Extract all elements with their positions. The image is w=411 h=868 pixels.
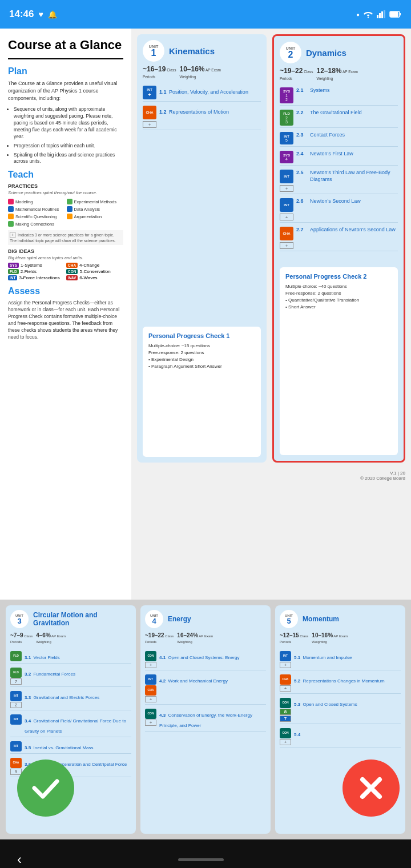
topic-2-7[interactable]: CHA + 2.7 Applications of Newton's Secon…: [280, 225, 398, 251]
big-idea-fld: FLD 2-Fields: [8, 269, 65, 274]
topic-2-1[interactable]: SYS 1 2 2.1 Systems: [280, 86, 398, 106]
unit-3-card[interactable]: UNIT 3 Circular Motion and Gravitation ~…: [6, 605, 136, 834]
topic-2-7-content: 2.7 Applications of Newton's Second Law: [296, 227, 396, 234]
topic-2-6-plus: +: [280, 214, 293, 220]
bullet-1: Sequence of units, along with approximat…: [14, 106, 123, 140]
unit-3-t1-title: Vector Fields: [34, 655, 60, 660]
topic-2-5[interactable]: INT + 2.5 Newton's Third Law and Free-Bo…: [280, 168, 398, 194]
unit-4-circle: UNIT 4: [145, 610, 163, 628]
status-bar: 14:46 ♥ 🔔 ●: [0, 0, 411, 29]
topic-2-6[interactable]: INT + 2.6 Newton's Second Law: [280, 196, 398, 223]
unit-5-t4-num: 5.4: [294, 732, 300, 737]
practices-grid: Modeling Experimental Methods Mathematic…: [8, 199, 123, 227]
making-label: Making Connections: [15, 222, 54, 227]
topic-2-2-stack: FLD 2 3: [280, 110, 293, 126]
unit-3-t4-badge: INT: [10, 714, 22, 725]
topic-2-5-plus: +: [280, 185, 293, 192]
unit-5-topic-1[interactable]: INT + 5.1 Momentum and Impulse: [280, 649, 401, 670]
unit-1-card[interactable]: UNIT 1 Kinematics ~16–19 ClassPeriods 10…: [137, 34, 267, 463]
unit-4-topics: CON + 4.1 Open and Closed Systems: Energ…: [145, 649, 266, 829]
unit-3-t4-title: Gravitational Field/ Gravitational Force…: [25, 718, 126, 734]
unit-4-topic-3[interactable]: CON + 4.3 Conservation of Energy, the Wo…: [145, 707, 266, 732]
big-ideas-title: BIG IDEAS: [8, 248, 123, 254]
unit-3-t2-title: Fundamental Forces: [34, 672, 75, 677]
topic-2-4-title: Newton's First Law: [310, 151, 353, 158]
notification-icon: 🔔: [48, 10, 57, 19]
topic-2-1-stack: SYS 1 2: [280, 87, 293, 103]
bullet-3: Spiraling of the big ideas and science p…: [14, 152, 123, 166]
topic-2-5-stack: INT +: [280, 170, 293, 192]
x-overlay: [342, 760, 400, 817]
unit-2-title: Dynamics: [306, 48, 346, 58]
topic-2-3[interactable]: INT 5 2.3 Contact Forces: [280, 130, 398, 147]
unit-2-number: 2: [288, 50, 293, 59]
unit-5-t1-num: 5.1: [294, 655, 300, 660]
unit-5-t2-plus: +: [280, 685, 291, 692]
topic-2-6-num: 2.6: [296, 198, 308, 204]
unit-5-topic-2[interactable]: CHA + 5.2 Representations Changes in Mom…: [280, 673, 401, 694]
unit-5-topic-4[interactable]: CON + 5.4: [280, 726, 401, 748]
big-idea-int: INT 3-Force Interactions: [8, 275, 65, 280]
unit-2-ap-weight: 12–18% AP ExamWeighting: [316, 67, 357, 81]
unit-5-card[interactable]: UNIT 5 Momentum ~12–15 ClassPeriods 10–1…: [275, 605, 405, 834]
unit-5-t3-num: 5.3: [294, 702, 300, 707]
unit-4-topic-1[interactable]: CON + 4.1 Open and Closed Systems: Energ…: [145, 649, 266, 670]
battery-icon: [389, 11, 402, 18]
plan-section-title: Plan: [8, 66, 123, 77]
topic-1-2-content: 1.2 Representations of Motion: [159, 106, 229, 116]
unit-3-t3-badge: INT: [10, 691, 22, 701]
bullet-2: Progression of topics within each unit.: [14, 143, 123, 150]
unit-3-topic-4[interactable]: INT 3.4 Gravitational Field/ Gravitation…: [10, 713, 131, 737]
unit-5-topic-3[interactable]: CON 8 7 5.3 Open and Closed Systems: [280, 696, 401, 724]
topic-2-4[interactable]: SYS 4 2.4 Newton's First Law: [280, 149, 398, 166]
cha-box: CHA: [66, 263, 78, 268]
unit-4-card[interactable]: UNIT 4 Energy ~19–22 ClassPeriods 16–24%…: [140, 605, 271, 834]
unit-4-t3-plus: +: [145, 720, 156, 726]
practice-math: Mathematical Routines: [8, 206, 65, 212]
topic-2-7-num: 2.7: [296, 227, 308, 232]
unit-4-topic-2[interactable]: INT CHA + 4.2 Work and Mechanical Energy: [145, 673, 266, 705]
arg-label: Argumentation: [74, 214, 102, 219]
main-content: Course at a Glance Plan The Course at a …: [0, 29, 411, 600]
back-button[interactable]: ‹: [17, 851, 22, 867]
svg-rect-1: [379, 13, 381, 18]
unit-3-t3-title: Gravitational and Electric Forces: [34, 695, 100, 700]
unit-3-topic-3[interactable]: INT 2 3.3 Gravitational and Electric For…: [10, 689, 131, 710]
assess-section: Assess Assign the Personal Progress Chec…: [8, 286, 123, 340]
unit-4-weight: 16–24% AP ExamWeighting: [177, 632, 213, 645]
unit-3-topic-2[interactable]: FLD 7 3.2 Fundamental Forces: [10, 666, 131, 687]
svg-rect-2: [381, 11, 383, 18]
divider: [8, 58, 123, 59]
big-idea-cha: CHA 4-Change: [66, 263, 123, 268]
int-box: INT: [8, 275, 17, 280]
unit-4-t1-num: 4.1: [159, 655, 166, 660]
topic-2-1-badge: SYS 1 2: [280, 87, 293, 103]
topic-2-3-content: 2.3 Contact Forces: [296, 132, 345, 139]
units-row: UNIT 1 Kinematics ~16–19 ClassPeriods 10…: [137, 34, 405, 463]
unit-5-t3-badge: CON: [280, 698, 291, 708]
con-label: 5-Conservation: [79, 269, 110, 274]
topic-1-2[interactable]: CHA + 1.2 Representations of Motion: [143, 104, 261, 130]
topic-1-1-content: 1.1 Position, Velocity, and Acceleration: [159, 86, 248, 96]
unit-3-topic-1[interactable]: FLD 3.1 Vector Fields: [10, 649, 131, 664]
practice-data: Data Analysis: [67, 206, 124, 212]
unit-3-t6-badge: CHA: [10, 758, 22, 768]
exp-dot: [67, 199, 72, 204]
topic-2-3-badge: INT 5: [280, 132, 293, 144]
progress-check-2-title: Personal Progress Check 2: [285, 273, 392, 280]
unit-3-weight: 4–6% AP ExamWeighting: [36, 632, 66, 645]
unit-1-circle: UNIT 1: [143, 40, 164, 62]
unit-3-title: Circular Motion and Gravitation: [33, 611, 131, 627]
status-left: 14:46 ♥ 🔔: [9, 9, 57, 20]
unit-3-topic-5[interactable]: INT 3.5 Inertial vs. Gravitational Mass: [10, 740, 131, 754]
topic-2-2[interactable]: FLD 2 3 2.2 The Gravitational Field: [280, 108, 398, 128]
unit-5-t4-badge: CON: [280, 728, 291, 738]
unit-5-t1-plus: +: [280, 662, 291, 668]
unit-2-card[interactable]: UNIT 2 Dynamics ~19–22 ClassPeriods 12–1…: [272, 34, 405, 463]
x-icon: [354, 771, 388, 805]
unit-3-t2-num-badge: 7: [10, 678, 22, 685]
dot-icon: ●: [356, 11, 360, 18]
unit-3-t4-num: 3.4: [25, 718, 31, 724]
topic-2-4-num: 2.4: [296, 151, 308, 156]
topic-1-1[interactable]: INT + 1.1 Position, Velocity, and Accele…: [143, 84, 261, 102]
